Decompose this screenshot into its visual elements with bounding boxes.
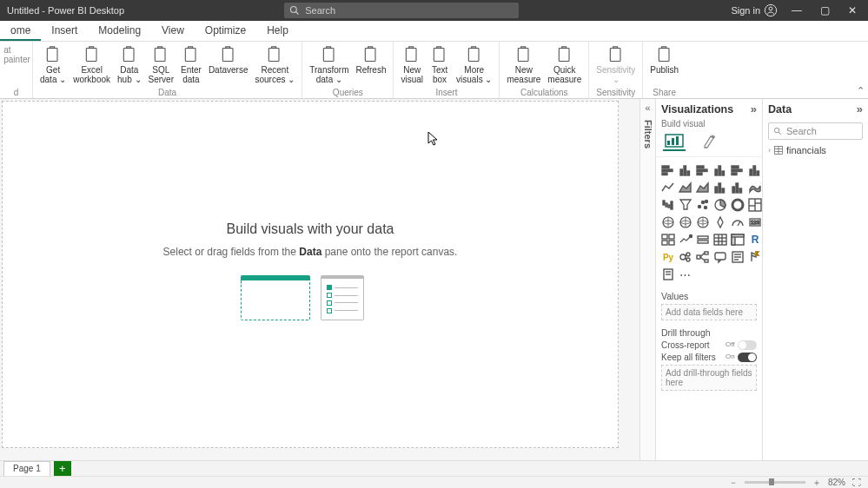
collapse-data-icon[interactable]: » [857,102,863,115]
viz-scatter[interactable] [695,197,711,213]
collapse-viz-icon[interactable]: » [751,102,757,115]
viz-azure-map[interactable] [695,214,711,230]
expand-filters-icon[interactable]: « [645,102,650,113]
svg-rect-16 [518,49,528,62]
ribbon-btn-g-insert-2[interactable]: More visuals ⌄ [453,45,495,84]
svg-rect-36 [722,171,725,175]
zoom-in-button[interactable]: ＋ [812,477,821,489]
viz-clustered-column[interactable] [712,162,728,178]
keep-filters-toggle[interactable]: On [738,353,757,362]
ribbon-btn-g-queries-1[interactable]: Refresh [352,45,389,75]
viz-slicer[interactable] [695,232,711,247]
viz-100-column[interactable] [747,162,763,178]
viz-qna[interactable] [712,249,728,265]
viz-stacked-bar[interactable] [660,162,676,178]
tab-home[interactable]: ome [0,21,41,41]
fit-page-button[interactable]: ⛶ [852,478,861,487]
svg-rect-40 [750,169,752,175]
svg-rect-28 [680,169,683,175]
svg-rect-27 [662,173,667,175]
viz-decomposition[interactable] [695,249,711,265]
viz-table[interactable] [712,232,728,247]
drill-through-field-well[interactable]: Add drill-through fields here [661,365,757,391]
close-button[interactable]: ✕ [844,4,861,16]
page-tab-1[interactable]: Page 1 [3,461,50,476]
viz-r[interactable]: R [747,232,763,247]
viz-area[interactable] [678,180,693,195]
ribbon-btn-g-data-3[interactable]: SQL Server [145,45,177,84]
ribbon-btn-g-queries-0[interactable]: Transform data ⌄ [306,45,352,84]
viz-more[interactable]: ⋯ [678,267,693,282]
ribbon-btn-g-data-1[interactable]: Excel workbook [70,45,114,84]
viz-key-influencers[interactable] [678,249,693,265]
format-visual-tab[interactable] [699,132,722,151]
global-search[interactable]: Search [284,3,519,18]
svg-rect-17 [559,49,569,62]
viz-pane-title: Visualizations [661,103,733,115]
svg-point-58 [732,200,743,210]
ribbon-icon [83,45,102,64]
values-field-well[interactable]: Add data fields here [661,304,757,320]
viz-paginated[interactable] [660,267,676,282]
viz-donut[interactable] [730,197,745,213]
ribbon-btn-g-insert-0[interactable]: New visual [397,45,427,84]
viz-filled-map[interactable] [678,214,693,230]
viz-arcgis[interactable] [712,214,728,230]
ribbon-btn-g-share-0[interactable]: Publish [646,45,682,75]
viz-gauge[interactable] [730,214,745,230]
viz-map[interactable] [660,214,676,230]
tab-help[interactable]: Help [256,21,299,41]
data-search-input[interactable]: Search [768,122,863,140]
table-icon [773,145,784,155]
zoom-slider[interactable] [745,481,805,484]
filters-pane-collapsed[interactable]: « Filters [639,99,655,462]
build-visual-tab[interactable] [663,132,686,151]
add-page-button[interactable]: + [54,461,71,476]
cross-report-toggle[interactable]: Off [738,340,757,350]
ribbon-btn-g-insert-1[interactable]: Text box [427,45,453,84]
svg-line-103 [779,132,781,135]
zoom-out-button[interactable]: － [729,477,738,489]
viz-100-bar[interactable] [730,162,745,178]
collapse-ribbon-button[interactable]: ⌃ [857,85,865,96]
viz-multi-card[interactable] [660,232,676,247]
sign-in-button[interactable]: Sign in [731,3,778,17]
viz-py[interactable]: Py [660,249,676,265]
ribbon-btn-g-data-4[interactable]: Enter data [177,45,205,84]
ribbon-btn-g-data-0[interactable]: Get data ⌄ [36,45,70,84]
ribbon-btn-g-calc-1[interactable]: Quick measure [544,45,585,84]
viz-pie[interactable] [712,197,728,213]
tab-insert[interactable]: Insert [41,21,88,41]
table-financials[interactable]: › financials [768,143,863,157]
viz-line-column2[interactable] [730,180,745,195]
viz-card[interactable]: 123 [747,214,763,230]
tab-modeling[interactable]: Modeling [88,21,151,41]
ribbon-btn-g-data-2[interactable]: Data hub ⌄ [114,45,144,84]
format-painter-button[interactable]: at painter [3,45,30,64]
report-canvas[interactable]: Build visuals with your data Select or d… [2,101,619,448]
ribbon-group-data: Get data ⌄Excel workbookData hub ⌄SQL Se… [33,42,302,98]
ribbon-btn-g-data-5[interactable]: Dataverse [205,45,252,75]
viz-funnel[interactable] [678,197,693,213]
viz-goals[interactable] [747,249,763,265]
viz-line[interactable] [660,180,676,195]
viz-clustered-bar[interactable] [695,162,711,178]
viz-treemap[interactable] [747,197,763,213]
minimize-button[interactable]: ― [788,4,805,16]
viz-kpi[interactable] [678,232,693,247]
maximize-button[interactable]: ▢ [816,4,833,16]
tab-view[interactable]: View [151,21,195,41]
ribbon-btn-g-data-6[interactable]: Recent sources ⌄ [251,45,298,84]
viz-narrative[interactable] [730,249,745,265]
ribbon-btn-g-calc-0[interactable]: New measure [503,45,544,84]
tab-optimize[interactable]: Optimize [195,21,256,41]
menu-tabs: ome Insert Modeling View Optimize Help [0,21,868,42]
main-area: Build visuals with your data Select or d… [0,99,868,462]
viz-stacked-column[interactable] [678,162,693,178]
viz-matrix[interactable] [730,232,745,247]
title-bar: Untitled - Power BI Desktop Search Sign … [0,0,868,21]
viz-ribbon[interactable] [747,180,763,195]
viz-line-column[interactable] [712,180,728,195]
viz-waterfall[interactable] [660,197,676,213]
viz-stacked-area[interactable] [695,180,711,195]
